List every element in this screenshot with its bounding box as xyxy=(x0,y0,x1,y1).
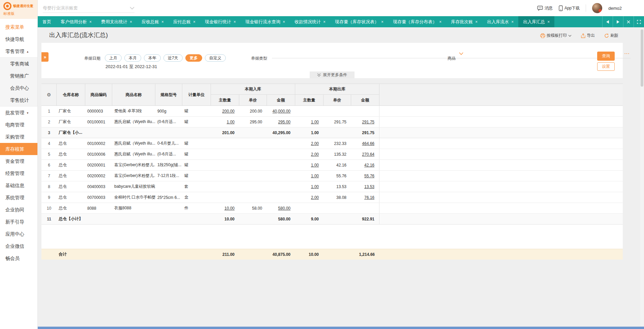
tab-close-icon[interactable]: × xyxy=(323,20,326,24)
drilldown-link[interactable]: 2.00 xyxy=(311,152,319,157)
settings-button[interactable]: 设置 xyxy=(597,62,615,71)
column-header-name[interactable]: 商品名称 xyxy=(112,84,155,106)
date-preset-pill[interactable]: 本月 xyxy=(124,54,141,62)
tab[interactable]: 应付总账× xyxy=(168,16,200,27)
doc-type-select[interactable] xyxy=(272,50,464,58)
close-all-tabs-button[interactable] xyxy=(623,16,634,27)
fullscreen-icon[interactable] xyxy=(634,16,644,27)
export-button[interactable]: 导出 xyxy=(581,33,595,38)
expand-more-filters-button[interactable]: 展开更多条件 xyxy=(310,71,355,78)
tab-close-icon[interactable]: × xyxy=(234,20,236,24)
sidebar-subitem[interactable]: 零售统计 xyxy=(0,94,37,106)
tab[interactable]: 现金银行流水查询× xyxy=(241,16,290,27)
drilldown-link[interactable]: 76.16 xyxy=(364,195,374,200)
sidebar-item[interactable]: 新手引导 xyxy=(0,216,37,228)
drilldown-link[interactable]: 10.00 xyxy=(224,206,235,211)
tab-close-icon[interactable]: × xyxy=(89,20,92,24)
column-header-in-qty[interactable]: 主数量 xyxy=(211,95,239,106)
sidebar-subitem[interactable]: 会员中心 xyxy=(0,82,37,94)
tab[interactable]: 收款情况统计× xyxy=(290,16,330,27)
tab-close-icon[interactable]: × xyxy=(547,20,550,24)
column-header-in-price[interactable]: 单价 xyxy=(239,95,267,106)
sidebar-item[interactable]: 电商管理 xyxy=(0,119,37,131)
scrollbar-thumb[interactable] xyxy=(641,29,643,87)
date-preset-pill[interactable]: 更多 xyxy=(185,54,202,62)
date-preset-pill[interactable]: 上月 xyxy=(105,54,122,62)
tab[interactable]: 首页 xyxy=(38,16,56,27)
drilldown-link[interactable]: 291.75 xyxy=(362,120,374,124)
tab[interactable]: 出入库流水× xyxy=(482,16,518,27)
collapse-filters-button[interactable]: » xyxy=(41,52,49,62)
drilldown-link[interactable]: 2.00 xyxy=(311,195,319,200)
drilldown-link[interactable]: 580.00 xyxy=(278,206,290,211)
drilldown-link[interactable]: 42.16 xyxy=(364,163,374,168)
sidebar-item[interactable]: 系统管理 xyxy=(0,191,37,204)
tab[interactable]: 费用支出统计× xyxy=(96,16,137,27)
tab[interactable]: 应收总账× xyxy=(137,16,168,27)
column-header-spec[interactable]: 规格型号 xyxy=(155,84,182,106)
messages-button[interactable]: 消息 xyxy=(537,5,553,11)
sidebar-item[interactable]: 批发管理▼ xyxy=(0,107,37,119)
tab-close-icon[interactable]: × xyxy=(193,20,195,24)
tab-close-icon[interactable]: × xyxy=(511,20,514,24)
sidebar-item[interactable]: 采购管理 xyxy=(0,131,37,143)
sidebar-item[interactable]: 经营管理 xyxy=(0,167,37,179)
tab-close-icon[interactable]: × xyxy=(130,20,132,24)
date-preset-pill[interactable]: 自定义 xyxy=(205,54,226,62)
column-header-in-amount[interactable]: 金额 xyxy=(267,95,295,106)
drilldown-link[interactable]: 1.00 xyxy=(311,163,319,168)
column-header-out-qty[interactable]: 主数量 xyxy=(295,95,324,106)
column-header-unit[interactable]: 计量单位 xyxy=(182,84,211,106)
gear-icon[interactable]: ⚙ xyxy=(47,92,51,97)
search-button[interactable]: 查询 xyxy=(597,52,615,61)
drilldown-link[interactable]: 13.53 xyxy=(364,184,374,189)
tab-close-icon[interactable]: × xyxy=(161,20,164,24)
tab[interactable]: 客户信用分析× xyxy=(56,16,96,27)
tab-close-icon[interactable]: × xyxy=(381,20,384,24)
avatar[interactable] xyxy=(592,3,602,13)
account-selector[interactable]: 母婴行业演示账套 xyxy=(43,3,134,13)
sidebar-item[interactable]: 基础信息 xyxy=(0,179,37,191)
drilldown-link[interactable]: 200.00 xyxy=(222,109,235,114)
drilldown-link[interactable]: 1.00 xyxy=(227,120,235,124)
date-preset-pill[interactable]: 本年 xyxy=(144,54,161,62)
sidebar-subitem[interactable]: 营销推广 xyxy=(0,70,37,82)
sidebar-item[interactable]: 库存核算 xyxy=(0,143,37,155)
print-by-template-button[interactable]: 按模板打印 xyxy=(540,33,572,38)
column-header-out-amount[interactable]: 金额 xyxy=(351,95,379,106)
sidebar-item[interactable]: 资金管理 xyxy=(0,155,37,167)
drilldown-link[interactable]: 1.00 xyxy=(311,120,319,124)
sidebar-item[interactable]: 企业协同 xyxy=(0,204,37,216)
tab[interactable]: 现存量（库存状况表）× xyxy=(330,16,388,27)
sidebar-item[interactable]: 搜索菜单 xyxy=(0,21,37,33)
sidebar-item[interactable]: 畅会员 xyxy=(0,252,37,264)
drilldown-link[interactable]: 270.64 xyxy=(362,152,374,157)
column-header-warehouse[interactable]: 仓库名称 xyxy=(57,84,85,106)
tab-scroll-left-button[interactable] xyxy=(602,16,613,27)
sidebar-item[interactable]: 快捷导航 xyxy=(0,33,37,45)
drilldown-link[interactable]: 464.66 xyxy=(362,141,374,146)
tab-close-icon[interactable]: × xyxy=(475,20,478,24)
sidebar-subitem[interactable]: 零售商城 xyxy=(0,58,37,70)
tab[interactable]: 现金银行统计× xyxy=(200,16,241,27)
column-header-out-price[interactable]: 单价 xyxy=(324,95,351,106)
sidebar-item[interactable]: 零售管理▲ xyxy=(0,45,37,57)
sidebar-item[interactable]: 应用中心 xyxy=(0,228,37,240)
drilldown-link[interactable]: 1.00 xyxy=(311,174,319,178)
tab[interactable]: 库存批次账× xyxy=(446,16,482,27)
drilldown-link[interactable]: 55.76 xyxy=(364,174,374,178)
tab[interactable]: 现存量（库存分布表）× xyxy=(388,16,446,27)
drilldown-link[interactable]: 2.00 xyxy=(311,141,319,146)
drilldown-link[interactable]: 40,000.00 xyxy=(273,109,290,114)
tab-close-icon[interactable]: × xyxy=(283,20,285,24)
vertical-scrollbar[interactable] xyxy=(640,29,644,326)
date-preset-pill[interactable]: 近7天 xyxy=(163,54,183,62)
refresh-button[interactable]: 刷新 xyxy=(604,33,618,38)
column-header-code[interactable]: 商品编码 xyxy=(85,84,112,106)
tab-close-icon[interactable]: × xyxy=(439,20,441,24)
sidebar-item[interactable]: 企业微信 xyxy=(0,240,37,252)
drilldown-link[interactable]: 295.00 xyxy=(278,120,290,124)
tab[interactable]: 出入库汇总× xyxy=(518,16,554,27)
app-download-button[interactable]: App下载 xyxy=(559,5,580,11)
drilldown-link[interactable]: 1.00 xyxy=(311,184,319,189)
